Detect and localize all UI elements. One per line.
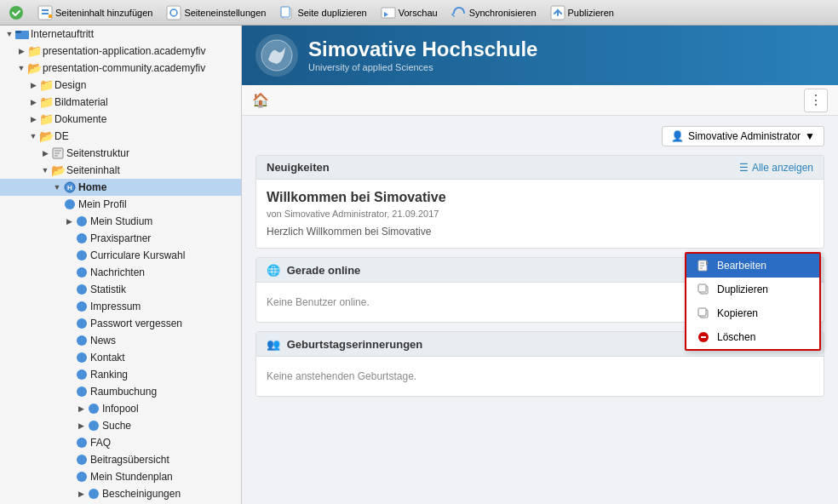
- studium-toggle[interactable]: ▶: [63, 215, 75, 227]
- sidebar-root-label: Internetauftritt: [31, 28, 94, 40]
- bildmaterial-toggle[interactable]: ▶: [27, 96, 39, 108]
- dokumente-folder-icon: 📁: [39, 112, 53, 126]
- user-bar: 👤 Simovative Administrator ▼: [255, 126, 824, 146]
- sidebar-item-praxispartner[interactable]: Praxispartner: [0, 230, 241, 247]
- svg-point-28: [77, 438, 87, 448]
- context-menu: Bearbeiten Duplizieren Kopieren: [685, 252, 821, 351]
- stundenplan-icon: [75, 470, 89, 484]
- sidebar-item-home[interactable]: ▼ H Home: [0, 179, 241, 196]
- sidebar-item-raumbuchung[interactable]: Raumbuchung: [0, 383, 241, 400]
- sidebar-item-stundenplan[interactable]: Mein Stundenplan: [0, 468, 241, 485]
- sidebar-item-news[interactable]: News: [0, 332, 241, 349]
- dokumente-toggle[interactable]: ▶: [27, 113, 39, 125]
- sidebar-item-mein-studium[interactable]: ▶ Mein Studium: [0, 213, 241, 230]
- curriculare-icon: [75, 249, 89, 262]
- birthday-title: 👥 Geburtstagserinnerungen: [267, 337, 422, 351]
- bildmaterial-label: Bildmaterial: [55, 96, 108, 108]
- sidebar-item-beitrag[interactable]: Beitragsübersicht: [0, 451, 241, 468]
- sidebar-item-passwort[interactable]: Passwort vergessen: [0, 315, 241, 332]
- toolbar-page-settings[interactable]: Seiteneinstellungen: [161, 3, 271, 22]
- svg-point-27: [89, 421, 99, 431]
- svg-point-0: [9, 6, 23, 20]
- duplizieren-icon: [697, 283, 710, 296]
- duplicate-label: Seite duplizieren: [297, 8, 366, 18]
- svg-rect-2: [49, 14, 52, 18]
- toolbar-duplicate[interactable]: Seite duplizieren: [274, 3, 371, 22]
- page-toolbar: 🏠 ⋮: [242, 85, 838, 116]
- content-area: Simovative Hochschule University of appl…: [242, 26, 838, 504]
- nachrichten-icon: [75, 266, 89, 279]
- context-menu-item-duplizieren[interactable]: Duplizieren: [686, 278, 819, 301]
- de-toggle[interactable]: ▼: [27, 130, 39, 142]
- sidebar-item-curriculare[interactable]: Curriculare Kurswahl: [0, 247, 241, 264]
- svg-rect-3: [167, 6, 181, 20]
- app1-toggle[interactable]: ▶: [15, 45, 27, 57]
- suche-label: Suche: [102, 420, 131, 432]
- sidebar-item-impressum[interactable]: Impressum: [0, 298, 241, 315]
- sidebar-item-bescheinigungen[interactable]: ▶ Bescheinigungen: [0, 485, 241, 502]
- sidebar-item-nachrichten[interactable]: Nachrichten: [0, 264, 241, 281]
- sidebar-item-suche[interactable]: ▶ Suche: [0, 417, 241, 434]
- struct-toggle[interactable]: ▶: [39, 147, 51, 159]
- ranking-icon: [75, 368, 89, 381]
- neuigkeiten-show-all[interactable]: ☰ Alle anzeigen: [739, 162, 813, 174]
- user-menu-button[interactable]: 👤 Simovative Administrator ▼: [662, 126, 824, 146]
- svg-point-18: [77, 267, 87, 278]
- sidebar-item-kontakt[interactable]: Kontakt: [0, 349, 241, 366]
- suche-toggle[interactable]: ▶: [75, 420, 87, 432]
- passwort-label: Passwort vergessen: [90, 318, 182, 329]
- sidebar-item-ranking[interactable]: Ranking: [0, 366, 241, 383]
- sidebar: ▼ Internetauftritt ▶ 📁 presentation-appl…: [0, 26, 242, 504]
- context-menu-item-kopieren[interactable]: Kopieren: [686, 301, 819, 325]
- context-menu-item-loeschen[interactable]: Löschen: [686, 325, 819, 349]
- svg-rect-39: [698, 308, 706, 316]
- breadcrumb-home-icon[interactable]: 🏠: [252, 92, 269, 108]
- root-toggle[interactable]: ▼: [3, 28, 15, 40]
- design-label: Design: [55, 79, 86, 91]
- dropdown-arrow: ▼: [805, 130, 815, 142]
- svg-text:H: H: [67, 184, 72, 192]
- sidebar-item-faq[interactable]: FAQ: [0, 434, 241, 451]
- toolbar-check[interactable]: [3, 3, 29, 22]
- toolbar-add-content[interactable]: Seiteninhalt hinzufügen: [32, 3, 158, 22]
- page-settings-icon: [166, 5, 181, 20]
- app2-toggle[interactable]: ▼: [15, 62, 27, 74]
- root-icon: [15, 27, 29, 41]
- home-page-icon: H: [63, 180, 77, 194]
- folder-icon: 📁: [27, 44, 41, 58]
- infopool-toggle[interactable]: ▶: [75, 403, 87, 415]
- birthday-empty: Keine anstehenden Geburtstage.: [267, 367, 813, 386]
- seiteninhalt-toggle[interactable]: ▼: [39, 164, 51, 176]
- design-toggle[interactable]: ▶: [27, 79, 39, 91]
- sidebar-item-statistik[interactable]: Statistik: [0, 281, 241, 298]
- toolbar-preview[interactable]: Vorschau: [376, 3, 443, 22]
- home-toggle[interactable]: ▼: [51, 181, 63, 193]
- sidebar-item-app2[interactable]: ▼ 📂 presentation-community.academyfiv: [0, 60, 241, 77]
- sidebar-item-bildmaterial[interactable]: ▶ 📁 Bildmaterial: [0, 94, 241, 111]
- sidebar-item-design[interactable]: ▶ 📁 Design: [0, 77, 241, 94]
- sidebar-root[interactable]: ▼ Internetauftritt: [0, 26, 241, 43]
- sidebar-item-infopool[interactable]: ▶ Infopool: [0, 400, 241, 417]
- sidebar-item-mein-profil[interactable]: Mein Profil: [0, 196, 241, 213]
- kontakt-label: Kontakt: [90, 352, 125, 364]
- kopieren-icon: [697, 306, 710, 320]
- svg-point-26: [89, 404, 99, 414]
- neuigkeiten-header: Neuigkeiten ☰ Alle anzeigen: [256, 156, 824, 180]
- sidebar-item-seiteninhalt[interactable]: ▼ 📂 Seiteninhalt: [0, 162, 241, 179]
- context-menu-item-bearbeiten[interactable]: Bearbeiten: [686, 254, 819, 278]
- duplicate-icon: [279, 5, 295, 20]
- svg-point-30: [77, 472, 87, 482]
- sidebar-item-de[interactable]: ▼ 📂 DE: [0, 128, 241, 145]
- sidebar-item-seitenstruktur[interactable]: ▶ Seitenstruktur: [0, 145, 241, 162]
- toolbar-publish[interactable]: Publizieren: [545, 3, 619, 22]
- toolbar-sync[interactable]: Synchronisieren: [446, 3, 542, 22]
- more-options-button[interactable]: ⋮: [804, 89, 828, 112]
- sidebar-item-dokumente[interactable]: ▶ 📁 Dokumente: [0, 111, 241, 128]
- sidebar-item-app1[interactable]: ▶ 📁 presentation-application.academyfiv: [0, 43, 241, 60]
- mein-studium-icon: [75, 215, 89, 228]
- kontakt-icon: [75, 351, 89, 364]
- bescheinigungen-toggle[interactable]: ▶: [75, 488, 87, 500]
- bildmaterial-folder-icon: 📁: [39, 95, 53, 109]
- sync-icon: [451, 5, 467, 20]
- page-settings-label: Seiteneinstellungen: [184, 8, 266, 18]
